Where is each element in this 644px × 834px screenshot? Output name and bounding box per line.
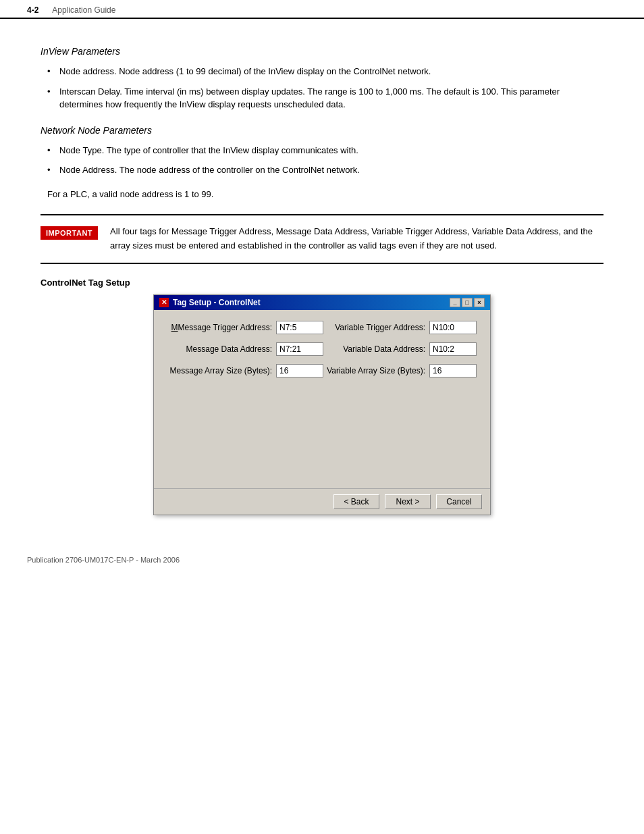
page-number: 4-2 <box>27 5 38 15</box>
page-footer: Publication 2706-UM017C-EN-P - March 200… <box>0 549 644 571</box>
cancel-button[interactable]: Cancel <box>436 494 482 509</box>
dialog-titlebar: ✕ Tag Setup - ControlNet _ □ × <box>154 295 490 310</box>
variable-array-group: Variable Array Size (Bytes): <box>323 364 477 377</box>
variable-array-label: Variable Array Size (Bytes): <box>327 366 425 375</box>
controlnet-tag-setup-section: ControlNet Tag Setup ✕ Tag Setup - Contr… <box>41 278 603 515</box>
dialog-spacer <box>167 386 477 480</box>
inview-bullets: Node address. Node address (1 to 99 deci… <box>47 65 603 111</box>
trigger-row: MMessage Trigger Address: Variable Trigg… <box>167 321 477 334</box>
message-trigger-input[interactable] <box>276 321 323 334</box>
variable-data-group: Variable Data Address: <box>323 342 477 356</box>
minimize-button[interactable]: _ <box>450 298 460 307</box>
network-title: Network Node Parameters <box>41 125 603 136</box>
publication-info: Publication 2706-UM017C-EN-P - March 200… <box>27 556 180 564</box>
variable-data-label: Variable Data Address: <box>327 344 425 354</box>
message-trigger-label: MMessage Trigger Address: <box>167 323 272 332</box>
section-heading: ControlNet Tag Setup <box>41 278 603 288</box>
network-node-section: Network Node Parameters Node Type. The t… <box>41 125 603 201</box>
close-button[interactable]: × <box>474 298 485 307</box>
dialog-icon: ✕ <box>159 298 169 307</box>
important-box: IMPORTANT All four tags for Message Trig… <box>41 214 603 264</box>
variable-array-input[interactable] <box>429 364 477 377</box>
dialog-titlebar-left: ✕ Tag Setup - ControlNet <box>159 298 261 307</box>
data-row: Message Data Address: Variable Data Addr… <box>167 342 477 356</box>
dialog-title: Tag Setup - ControlNet <box>173 298 261 307</box>
message-array-label: Message Array Size (Bytes): <box>167 366 272 375</box>
message-array-group: Message Array Size (Bytes): <box>167 364 323 377</box>
maximize-button[interactable]: □ <box>462 298 473 307</box>
dialog-body: MMessage Trigger Address: Variable Trigg… <box>154 310 490 488</box>
important-label: IMPORTANT <box>41 226 98 240</box>
titlebar-controls[interactable]: _ □ × <box>450 298 485 307</box>
network-note: For a PLC, a valid node address is 1 to … <box>47 188 603 201</box>
array-size-row: Message Array Size (Bytes): Variable Arr… <box>167 364 477 377</box>
variable-trigger-input[interactable] <box>429 321 477 334</box>
variable-data-input[interactable] <box>429 342 477 356</box>
main-content: InView Parameters Node address. Node add… <box>0 19 644 529</box>
variable-trigger-group: Variable Trigger Address: <box>323 321 477 334</box>
variable-trigger-label: Variable Trigger Address: <box>327 323 425 332</box>
page-subtitle: Application Guide <box>52 5 115 15</box>
dialog-footer: < Back Next > Cancel <box>154 488 490 515</box>
list-item: Interscan Delay. Time interval (in ms) b… <box>47 85 603 111</box>
inview-parameters-section: InView Parameters Node address. Node add… <box>41 46 603 111</box>
back-button[interactable]: < Back <box>333 494 379 509</box>
inview-title: InView Parameters <box>41 46 603 57</box>
list-item: Node Address. The node address of the co… <box>47 163 603 177</box>
important-text: All four tags for Message Trigger Addres… <box>110 225 603 253</box>
message-data-label: Message Data Address: <box>167 344 272 354</box>
tag-setup-dialog: ✕ Tag Setup - ControlNet _ □ × MMessage … <box>153 294 491 515</box>
network-bullets: Node Type. The type of controller that t… <box>47 144 603 177</box>
message-trigger-group: MMessage Trigger Address: <box>167 321 323 334</box>
message-data-group: Message Data Address: <box>167 342 323 356</box>
page-header: 4-2 Application Guide <box>0 0 644 19</box>
list-item: Node address. Node address (1 to 99 deci… <box>47 65 603 78</box>
message-data-input[interactable] <box>276 342 323 356</box>
message-array-input[interactable] <box>276 364 323 377</box>
list-item: Node Type. The type of controller that t… <box>47 144 603 157</box>
next-button[interactable]: Next > <box>385 494 431 509</box>
